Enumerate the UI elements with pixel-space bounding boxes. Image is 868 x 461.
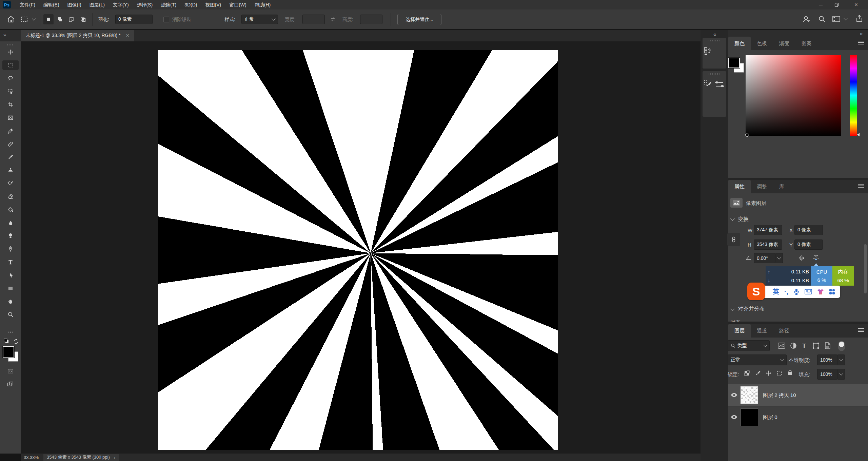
memory-widget[interactable]: 内存 68 % [832, 266, 854, 286]
blend-mode-select[interactable]: 正常 [728, 354, 787, 365]
tool-brush[interactable] [6, 152, 15, 162]
toolbar-expand-icon[interactable]: » [3, 32, 6, 38]
share-icon[interactable] [855, 15, 864, 23]
canvas-starburst[interactable] [158, 50, 558, 450]
menu-item[interactable]: 文件(F) [16, 0, 39, 9]
lock-transparency-icon[interactable] [744, 370, 750, 376]
tab-调整[interactable]: 调整 [751, 180, 773, 193]
filter-smart-objects-icon[interactable] [825, 342, 831, 349]
history-panel-icon[interactable] [703, 46, 713, 56]
tool-history-brush[interactable] [6, 179, 15, 188]
tool-path-selection[interactable] [6, 270, 15, 280]
default-colors-icon[interactable] [3, 339, 10, 345]
menu-item[interactable]: 图层(L) [85, 0, 109, 9]
tab-路径[interactable]: 路径 [773, 324, 795, 338]
punctuation-mode-button[interactable]: ·, [784, 288, 788, 295]
status-chevron-icon[interactable]: › [114, 455, 115, 460]
add-user-icon[interactable] [802, 15, 810, 23]
tool-hand[interactable] [6, 297, 15, 306]
flip-vertical-icon[interactable] [812, 254, 820, 261]
properties-scrollbar[interactable] [864, 244, 867, 293]
select-and-mask-button[interactable]: 选择并遮住... [397, 14, 441, 25]
keyboard-icon[interactable] [805, 289, 812, 294]
dock-grip[interactable] [709, 40, 720, 41]
skin-shirt-icon[interactable] [817, 289, 824, 295]
network-speed-widget[interactable]: ↑0.11 KB ↓0.11 KB [766, 266, 811, 286]
tab-属性[interactable]: 属性 [728, 180, 751, 193]
rotation-angle-field[interactable]: 0.00° [754, 253, 775, 263]
brushes-panel-icon[interactable] [714, 80, 725, 89]
angle-dropdown[interactable] [775, 253, 783, 263]
tab-颜色[interactable]: 颜色 [728, 37, 751, 50]
workspace-switcher[interactable] [832, 15, 847, 23]
filter-adjustment-layers-icon[interactable] [790, 342, 797, 349]
filter-pixel-layers-icon[interactable] [778, 342, 785, 349]
zoom-level[interactable]: 33.33% [24, 455, 39, 460]
selection-mode-new[interactable] [43, 14, 54, 24]
color-picker-marker[interactable] [745, 133, 749, 137]
tab-库[interactable]: 库 [773, 180, 790, 193]
language-mode-button[interactable]: 英 [773, 287, 779, 296]
height-input[interactable] [360, 15, 382, 24]
dock-grip[interactable] [709, 73, 720, 75]
height-value-field[interactable]: 3543 像素 [754, 239, 782, 250]
tool-lasso[interactable] [6, 74, 15, 83]
close-tab-icon[interactable]: × [126, 33, 129, 39]
tool-type[interactable] [6, 257, 15, 267]
foreground-color-swatch[interactable] [3, 346, 14, 358]
restore-button[interactable] [829, 0, 844, 9]
x-value-field[interactable]: 0 像素 [794, 225, 823, 235]
opacity-dropdown[interactable] [837, 354, 845, 365]
saturation-brightness-field[interactable] [746, 55, 841, 136]
menu-item[interactable]: 帮助(H) [251, 0, 275, 9]
menu-item[interactable]: 图像(I) [63, 0, 85, 9]
home-icon[interactable] [7, 15, 15, 23]
link-dimensions-button[interactable] [727, 233, 740, 246]
microphone-icon[interactable] [793, 288, 800, 295]
color-panel-menu-icon[interactable] [858, 41, 864, 44]
filter-toggle-switch[interactable] [838, 341, 845, 351]
close-button[interactable]: × [844, 0, 868, 9]
opacity-field[interactable]: 100% [817, 354, 837, 365]
feather-input[interactable]: 0 像素 [115, 15, 153, 24]
toolbar-grip[interactable] [7, 44, 14, 45]
width-value-field[interactable]: 3747 像素 [754, 225, 782, 235]
layer-row-1[interactable]: 图层 2 拷贝 10 [728, 384, 868, 406]
tool-rectangle-shape[interactable] [6, 284, 15, 293]
tab-色板[interactable]: 色板 [751, 37, 773, 50]
width-input[interactable] [302, 15, 325, 24]
tool-preset-picker[interactable] [20, 15, 35, 23]
brush-settings-panel-icon[interactable] [703, 79, 713, 89]
menu-item[interactable]: 选择(S) [133, 0, 157, 9]
tab-图层[interactable]: 图层 [728, 324, 751, 338]
tool-paint-bucket[interactable] [6, 205, 15, 214]
dock-collapse-icon[interactable]: « [713, 31, 716, 37]
tool-blur[interactable] [6, 218, 15, 228]
menu-item[interactable]: 编辑(E) [39, 0, 63, 9]
screen-mode-icon[interactable] [6, 379, 15, 389]
tool-rectangular-marquee[interactable] [2, 60, 19, 70]
lock-position-icon[interactable] [766, 370, 772, 376]
properties-panel-menu-icon[interactable] [858, 184, 864, 188]
tab-渐变[interactable]: 渐变 [773, 37, 795, 50]
layer-name[interactable]: 图层 2 拷贝 10 [763, 384, 796, 406]
edit-toolbar-ellipsis-icon[interactable] [6, 327, 15, 337]
tool-zoom[interactable] [6, 310, 15, 319]
lock-artboard-icon[interactable] [776, 370, 783, 376]
tool-frame[interactable] [6, 113, 15, 122]
cpu-widget[interactable]: CPU 6 % [811, 266, 832, 286]
tab-通道[interactable]: 通道 [751, 324, 773, 338]
flip-horizontal-icon[interactable] [798, 255, 805, 261]
anti-alias-checkbox[interactable] [163, 17, 169, 22]
tool-spot-healing[interactable] [6, 139, 15, 149]
y-value-field[interactable]: 0 像素 [794, 239, 823, 250]
selection-mode-intersect[interactable] [78, 14, 88, 24]
menu-item[interactable]: 滤镜(T) [157, 0, 180, 9]
tool-move[interactable] [6, 47, 15, 57]
tool-crop[interactable] [6, 100, 15, 109]
fill-field[interactable]: 100% [817, 369, 837, 380]
layer-name[interactable]: 图层 0 [763, 406, 777, 428]
align-section-chevron-icon[interactable] [730, 307, 735, 311]
tool-eyedropper[interactable] [6, 126, 15, 136]
tab-图案[interactable]: 图案 [795, 37, 818, 50]
